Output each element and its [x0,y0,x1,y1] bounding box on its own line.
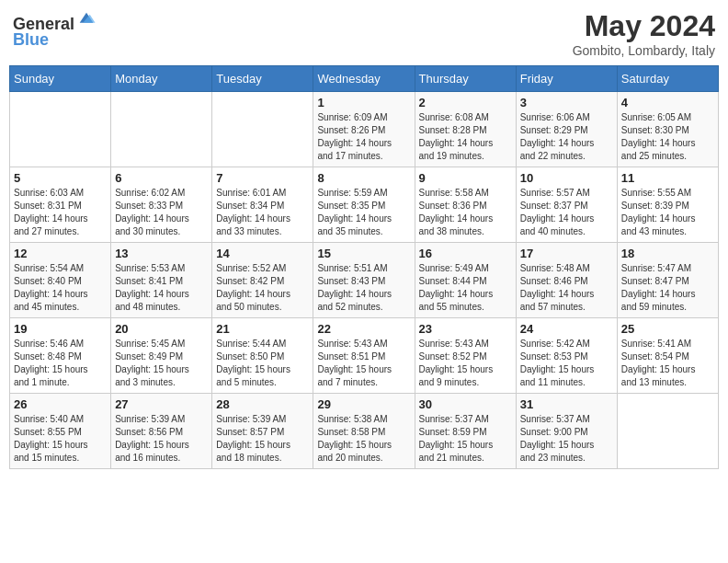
day-number: 12 [14,247,107,260]
day-info: Sunrise: 6:02 AM Sunset: 8:33 PM Dayligh… [115,187,208,238]
day-info: Sunrise: 5:43 AM Sunset: 8:52 PM Dayligh… [419,338,512,389]
calendar-cell: 9Sunrise: 5:58 AM Sunset: 8:36 PM Daylig… [415,167,516,243]
day-info: Sunrise: 5:59 AM Sunset: 8:35 PM Dayligh… [317,187,410,238]
calendar-cell: 6Sunrise: 6:02 AM Sunset: 8:33 PM Daylig… [111,167,212,243]
calendar-cell: 8Sunrise: 5:59 AM Sunset: 8:35 PM Daylig… [313,167,415,243]
day-number: 17 [520,247,613,260]
day-number: 9 [419,171,512,185]
calendar-cell: 11Sunrise: 5:55 AM Sunset: 8:39 PM Dayli… [617,167,718,243]
day-info: Sunrise: 6:05 AM Sunset: 8:30 PM Dayligh… [621,111,714,163]
day-number: 2 [419,96,512,109]
day-info: Sunrise: 5:43 AM Sunset: 8:51 PM Dayligh… [317,338,410,389]
day-info: Sunrise: 5:58 AM Sunset: 8:36 PM Dayligh… [419,187,512,238]
calendar-cell: 30Sunrise: 5:37 AM Sunset: 8:59 PM Dayli… [415,394,516,469]
calendar-body: 1Sunrise: 6:09 AM Sunset: 8:26 PM Daylig… [10,92,719,469]
day-info: Sunrise: 5:41 AM Sunset: 8:54 PM Dayligh… [621,338,714,389]
day-info: Sunrise: 6:01 AM Sunset: 8:34 PM Dayligh… [216,187,309,238]
day-info: Sunrise: 5:45 AM Sunset: 8:49 PM Dayligh… [115,338,208,389]
day-info: Sunrise: 5:57 AM Sunset: 8:37 PM Dayligh… [520,187,613,238]
calendar-cell: 23Sunrise: 5:43 AM Sunset: 8:52 PM Dayli… [415,318,516,394]
calendar-cell: 7Sunrise: 6:01 AM Sunset: 8:34 PM Daylig… [212,167,313,243]
calendar-cell: 2Sunrise: 6:08 AM Sunset: 8:28 PM Daylig… [415,92,516,167]
calendar-cell: 27Sunrise: 5:39 AM Sunset: 8:56 PM Dayli… [111,394,212,469]
day-number: 19 [14,322,107,336]
day-number: 28 [216,397,309,411]
day-number: 18 [621,247,714,260]
day-number: 20 [115,322,208,336]
calendar-cell: 1Sunrise: 6:09 AM Sunset: 8:26 PM Daylig… [313,92,415,167]
calendar-cell: 26Sunrise: 5:40 AM Sunset: 8:55 PM Dayli… [10,394,111,469]
location: Gombito, Lombardy, Italy [573,43,715,58]
day-info: Sunrise: 5:52 AM Sunset: 8:42 PM Dayligh… [216,262,309,314]
day-number: 21 [216,322,309,336]
calendar-cell: 20Sunrise: 5:45 AM Sunset: 8:49 PM Dayli… [111,318,212,394]
weekday-header-thursday: Thursday [415,66,516,92]
calendar-cell [111,92,212,167]
day-number: 3 [520,96,613,109]
day-info: Sunrise: 5:38 AM Sunset: 8:58 PM Dayligh… [317,413,410,465]
day-number: 6 [115,171,208,185]
calendar-week-1: 5Sunrise: 6:03 AM Sunset: 8:31 PM Daylig… [10,167,719,243]
calendar-week-3: 19Sunrise: 5:46 AM Sunset: 8:48 PM Dayli… [10,318,719,394]
day-info: Sunrise: 5:53 AM Sunset: 8:41 PM Dayligh… [115,262,208,314]
day-number: 31 [520,397,613,411]
day-info: Sunrise: 5:42 AM Sunset: 8:53 PM Dayligh… [520,338,613,389]
calendar-cell: 24Sunrise: 5:42 AM Sunset: 8:53 PM Dayli… [516,318,617,394]
calendar-table: SundayMondayTuesdayWednesdayThursdayFrid… [9,65,719,469]
calendar-week-2: 12Sunrise: 5:54 AM Sunset: 8:40 PM Dayli… [10,243,719,318]
day-info: Sunrise: 5:39 AM Sunset: 8:57 PM Dayligh… [216,413,309,465]
day-number: 22 [317,322,410,336]
weekday-header-wednesday: Wednesday [313,66,415,92]
day-number: 25 [621,322,714,336]
calendar-cell: 18Sunrise: 5:47 AM Sunset: 8:47 PM Dayli… [617,243,718,318]
calendar-cell [10,92,111,167]
month-title: May 2024 [573,9,715,43]
calendar-cell [617,394,718,469]
day-number: 5 [14,171,107,185]
day-info: Sunrise: 6:06 AM Sunset: 8:29 PM Dayligh… [520,111,613,163]
weekday-header-row: SundayMondayTuesdayWednesdayThursdayFrid… [10,66,719,92]
calendar-week-4: 26Sunrise: 5:40 AM Sunset: 8:55 PM Dayli… [10,394,719,469]
calendar-cell: 16Sunrise: 5:49 AM Sunset: 8:44 PM Dayli… [415,243,516,318]
day-number: 14 [216,247,309,260]
day-info: Sunrise: 5:37 AM Sunset: 9:00 PM Dayligh… [520,413,613,465]
day-info: Sunrise: 5:51 AM Sunset: 8:43 PM Dayligh… [317,262,410,314]
calendar-cell: 10Sunrise: 5:57 AM Sunset: 8:37 PM Dayli… [516,167,617,243]
day-number: 23 [419,322,512,336]
weekday-header-friday: Friday [516,66,617,92]
day-number: 24 [520,322,613,336]
day-info: Sunrise: 6:09 AM Sunset: 8:26 PM Dayligh… [317,111,410,163]
day-number: 13 [115,247,208,260]
calendar-cell: 3Sunrise: 6:06 AM Sunset: 8:29 PM Daylig… [516,92,617,167]
calendar-cell: 21Sunrise: 5:44 AM Sunset: 8:50 PM Dayli… [212,318,313,394]
calendar-cell: 5Sunrise: 6:03 AM Sunset: 8:31 PM Daylig… [10,167,111,243]
weekday-header-sunday: Sunday [10,66,111,92]
day-number: 4 [621,96,714,109]
weekday-header-monday: Monday [111,66,212,92]
day-number: 7 [216,171,309,185]
calendar-cell: 29Sunrise: 5:38 AM Sunset: 8:58 PM Dayli… [313,394,415,469]
day-info: Sunrise: 5:48 AM Sunset: 8:46 PM Dayligh… [520,262,613,314]
calendar-cell: 22Sunrise: 5:43 AM Sunset: 8:51 PM Dayli… [313,318,415,394]
day-info: Sunrise: 5:55 AM Sunset: 8:39 PM Dayligh… [621,187,714,238]
day-number: 15 [317,247,410,260]
day-info: Sunrise: 5:40 AM Sunset: 8:55 PM Dayligh… [14,413,107,465]
day-info: Sunrise: 5:44 AM Sunset: 8:50 PM Dayligh… [216,338,309,389]
day-number: 8 [317,171,410,185]
day-info: Sunrise: 5:47 AM Sunset: 8:47 PM Dayligh… [621,262,714,314]
calendar-cell: 12Sunrise: 5:54 AM Sunset: 8:40 PM Dayli… [10,243,111,318]
calendar-week-0: 1Sunrise: 6:09 AM Sunset: 8:26 PM Daylig… [10,92,719,167]
day-number: 1 [317,96,410,109]
day-info: Sunrise: 6:03 AM Sunset: 8:31 PM Dayligh… [14,187,107,238]
day-number: 29 [317,397,410,411]
day-number: 27 [115,397,208,411]
day-number: 26 [14,397,107,411]
calendar-cell: 28Sunrise: 5:39 AM Sunset: 8:57 PM Dayli… [212,394,313,469]
weekday-header-tuesday: Tuesday [212,66,313,92]
day-info: Sunrise: 5:54 AM Sunset: 8:40 PM Dayligh… [14,262,107,314]
day-info: Sunrise: 6:08 AM Sunset: 8:28 PM Dayligh… [419,111,512,163]
calendar-cell: 14Sunrise: 5:52 AM Sunset: 8:42 PM Dayli… [212,243,313,318]
logo: General Blue [13,9,97,50]
day-number: 16 [419,247,512,260]
calendar-cell: 4Sunrise: 6:05 AM Sunset: 8:30 PM Daylig… [617,92,718,167]
